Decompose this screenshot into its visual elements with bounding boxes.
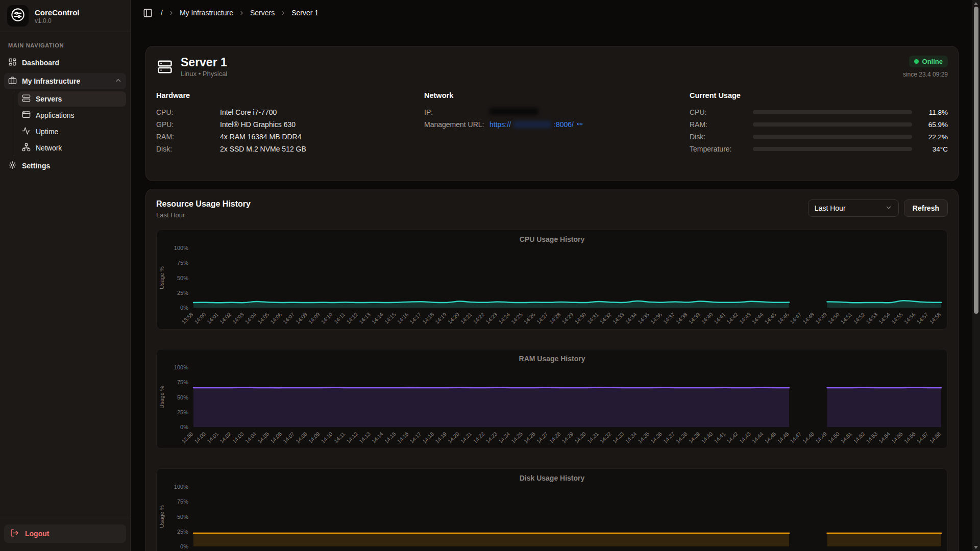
svg-text:Usage %: Usage %	[159, 266, 165, 289]
server-icon	[22, 94, 31, 104]
breadcrumb-my-infrastructure[interactable]: My Infrastructure	[180, 9, 233, 17]
kv-value: Intel® HD Graphics 630	[220, 120, 424, 129]
history-title: Resource Usage History	[156, 199, 251, 209]
sidebar-item-uptime[interactable]: Uptime	[18, 124, 126, 139]
layout-grid-icon	[8, 58, 17, 68]
sidebar-item-label: Dashboard	[22, 59, 59, 67]
svg-text:14:52: 14:52	[852, 431, 866, 444]
svg-text:14:42: 14:42	[725, 311, 739, 325]
svg-text:0%: 0%	[180, 543, 188, 549]
activity-icon	[22, 127, 31, 137]
redacted-url-segment	[513, 121, 551, 128]
svg-text:14:03: 14:03	[231, 431, 245, 444]
link-icon[interactable]	[576, 120, 583, 129]
sidebar-item-applications[interactable]: Applications	[18, 108, 126, 123]
usage-label: Disk:	[690, 133, 747, 141]
main-area: / My Infrastructure Servers Server 1	[131, 0, 980, 551]
sidebar-item-settings[interactable]: Settings	[4, 158, 126, 174]
management-url-link[interactable]: https://:8006/	[489, 120, 690, 129]
svg-text:14:31: 14:31	[586, 431, 600, 444]
kv-label: CPU:	[156, 108, 220, 116]
svg-text:14:26: 14:26	[523, 431, 536, 444]
svg-text:14:28: 14:28	[548, 431, 561, 444]
usage-label: RAM:	[690, 120, 747, 129]
network-row-management-url: Management URL: https://:8006/	[424, 118, 690, 131]
svg-text:14:01: 14:01	[206, 311, 219, 325]
server-info-grid: Hardware CPU: Intel Core i7-7700 GPU: In…	[156, 91, 948, 155]
svg-text:14:37: 14:37	[662, 311, 676, 325]
hardware-row-disk: Disk: 2x SSD M.2 NVMe 512 GB	[156, 143, 424, 155]
resource-history-card: Resource Usage History Last Hour Last Ho…	[145, 189, 959, 551]
sidebar-item-my-infrastructure[interactable]: My Infrastructure	[4, 73, 126, 89]
kv-value: 4x RAM 16384 MB DDR4	[220, 133, 424, 141]
svg-text:14:49: 14:49	[814, 311, 828, 325]
svg-text:14:27: 14:27	[535, 431, 549, 444]
svg-text:14:50: 14:50	[827, 431, 841, 444]
svg-text:14:35: 14:35	[636, 311, 650, 325]
svg-text:14:07: 14:07	[282, 311, 296, 325]
disk-usage-chart-panel: Disk Usage History 100%75%50%25%0%Usage …	[156, 468, 948, 551]
chart-title: Disk Usage History	[157, 474, 947, 482]
svg-text:14:18: 14:18	[421, 311, 435, 325]
svg-text:14:40: 14:40	[700, 311, 714, 325]
sidebar-item-network[interactable]: Network	[18, 140, 126, 156]
sidebar-item-dashboard[interactable]: Dashboard	[4, 55, 126, 71]
logout-button[interactable]: Logout	[4, 524, 126, 543]
cpu-usage-chart-panel: CPU Usage History 100%75%50%25%0%Usage %…	[156, 230, 948, 330]
svg-text:14:33: 14:33	[611, 311, 625, 325]
panel-left-icon[interactable]	[143, 8, 153, 18]
svg-text:Usage %: Usage %	[159, 386, 165, 409]
svg-text:0%: 0%	[180, 305, 188, 311]
svg-text:14:46: 14:46	[776, 431, 790, 444]
time-range-select[interactable]: Last Hour	[808, 199, 899, 217]
svg-text:75%: 75%	[177, 498, 188, 505]
cpu-usage-chart: 100%75%50%25%0%Usage %13:5814:0014:0114:…	[157, 230, 948, 329]
svg-text:14:54: 14:54	[877, 311, 891, 325]
time-range-value: Last Hour	[815, 204, 846, 212]
svg-text:14:41: 14:41	[713, 431, 726, 444]
svg-text:100%: 100%	[174, 364, 188, 370]
history-subtitle: Last Hour	[156, 211, 251, 219]
svg-text:14:14: 14:14	[371, 431, 384, 444]
svg-text:14:19: 14:19	[434, 431, 448, 444]
svg-text:14:04: 14:04	[243, 431, 257, 444]
sidebar-item-servers[interactable]: Servers	[18, 91, 126, 107]
url-prefix: https://	[489, 120, 511, 129]
scrollbar-thumb[interactable]	[974, 7, 978, 314]
usage-row-ram: RAM: 65.9%	[690, 118, 948, 131]
svg-text:14:31: 14:31	[586, 311, 600, 325]
breadcrumb-servers[interactable]: Servers	[250, 9, 275, 17]
svg-text:25%: 25%	[177, 409, 188, 415]
breadcrumb-root[interactable]: /	[161, 9, 163, 17]
sliders-icon	[11, 8, 25, 24]
svg-text:14:05: 14:05	[256, 311, 270, 325]
scroll-up-arrow-icon[interactable]	[974, 2, 978, 5]
svg-text:14:30: 14:30	[573, 431, 587, 444]
topbar: / My Infrastructure Servers Server 1	[131, 0, 980, 26]
scrollbar[interactable]	[972, 0, 980, 551]
sidebar-submenu-infrastructure: Servers Applications Uptime	[14, 91, 126, 156]
refresh-button[interactable]: Refresh	[904, 199, 948, 217]
nav-section-label: MAIN NAVIGATION	[0, 32, 130, 54]
svg-text:14:12: 14:12	[345, 431, 359, 444]
svg-text:14:46: 14:46	[776, 311, 790, 325]
redacted-ip-value	[489, 108, 538, 115]
status-badge: Online	[909, 56, 948, 67]
svg-text:14:10: 14:10	[320, 311, 333, 325]
app-window-icon	[22, 110, 31, 120]
sidebar-footer: Logout	[0, 518, 130, 551]
usage-row-temperature: Temperature: 34°C	[690, 143, 948, 155]
gear-icon	[8, 161, 17, 171]
svg-text:14:36: 14:36	[649, 431, 663, 444]
status-since: since 23.4 09:29	[903, 71, 948, 78]
chevron-down-icon	[885, 204, 892, 213]
svg-text:14:15: 14:15	[383, 311, 397, 325]
log-out-icon	[10, 529, 19, 539]
svg-text:14:05: 14:05	[256, 431, 270, 444]
sidebar: CoreControl v1.0.0 MAIN NAVIGATION Dashb…	[0, 0, 131, 551]
svg-text:14:56: 14:56	[903, 311, 917, 325]
svg-text:14:10: 14:10	[320, 431, 333, 444]
scroll-down-arrow-icon[interactable]	[974, 546, 978, 549]
svg-text:14:51: 14:51	[840, 311, 853, 325]
svg-text:14:13: 14:13	[358, 311, 372, 325]
